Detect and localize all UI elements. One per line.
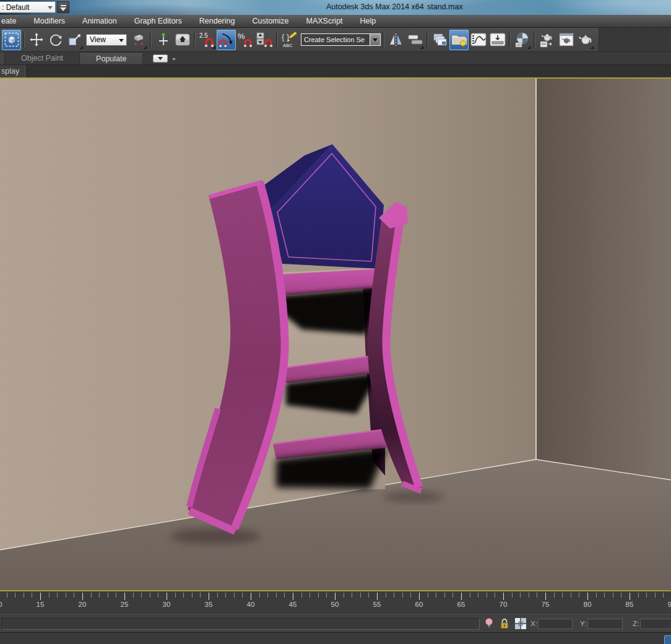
menu-help[interactable]: Help: [352, 17, 385, 25]
ruler-tick: [461, 593, 462, 600]
ruler-tick: [495, 593, 495, 598]
material-editor-button[interactable]: [513, 30, 532, 50]
ruler-tick: [276, 593, 277, 598]
ruler-frame-label: 85: [626, 601, 634, 608]
toolbar-separator: [509, 32, 511, 48]
menu-rendering[interactable]: Rendering: [191, 17, 244, 25]
ruler-tick: [402, 593, 403, 598]
ruler-tick: [587, 593, 588, 600]
chevron-down-icon: [48, 6, 53, 9]
ruler-tick: [251, 593, 251, 600]
ruler-tick: [32, 593, 32, 598]
ruler-tick: [386, 593, 386, 598]
ribbon-tab-bar: Object Paint Populate: [0, 52, 671, 64]
svg-text:2.5: 2.5: [199, 32, 208, 39]
ruler-frame-label: 35: [205, 601, 213, 608]
3dsmax-window: : Default Autodesk 3ds Max 2014 x64 stan…: [0, 0, 671, 644]
use-pivot-center-button[interactable]: [129, 30, 148, 50]
ruler-tick: [613, 593, 613, 598]
ruler-frame-label: 20: [79, 601, 87, 608]
snap-toggle-25-button[interactable]: 2.5: [197, 30, 217, 50]
ruler-tick: [267, 593, 268, 598]
menu-customize[interactable]: Customize: [243, 17, 297, 25]
x-coordinate-field[interactable]: [538, 619, 573, 629]
menu-modifiers[interactable]: Modifiers: [25, 17, 74, 25]
flyout-arrow-icon: [60, 7, 66, 11]
rendered-frame-window-button[interactable]: [556, 30, 576, 50]
z-coordinate-field[interactable]: [640, 619, 671, 629]
schematic-view-icon: [489, 32, 506, 48]
ruler-tick: [436, 593, 436, 598]
ruler-tick: [470, 593, 470, 598]
absolute-mode-transform-icon[interactable]: [514, 617, 527, 630]
scene-explorer-icon: [451, 32, 468, 48]
keyboard-override-button[interactable]: [173, 30, 192, 50]
ruler-frame-label: 30: [163, 601, 171, 608]
z-coordinate-label: Z:: [633, 620, 639, 627]
ruler-tick: [352, 593, 352, 598]
ruler-tick: [344, 593, 344, 598]
workspace-flyout-button[interactable]: [57, 1, 69, 13]
ruler-tick: [335, 593, 336, 600]
render-production-button[interactable]: [576, 30, 595, 50]
selection-set-dropdown-button[interactable]: [370, 33, 381, 46]
perspective-viewport[interactable]: [0, 79, 671, 590]
ruler-tick: [57, 593, 58, 598]
select-object-button[interactable]: [2, 30, 21, 50]
spinner-snap-button[interactable]: [255, 30, 274, 50]
prompt-line-field[interactable]: [1, 618, 480, 630]
named-selection-sets-icon: { } ABC: [281, 31, 298, 48]
ruler-tick: [293, 593, 293, 600]
ruler-tick: [7, 593, 7, 598]
svg-text:ABC: ABC: [283, 43, 293, 48]
menu-create[interactable]: eate: [0, 17, 25, 25]
ribbon-minimize-options-icon[interactable]: [172, 58, 176, 61]
time-slider-ruler[interactable]: 1015202530354045505560657075808590: [0, 591, 671, 614]
select-rotate-button[interactable]: [46, 30, 65, 50]
ruler-tick: [116, 593, 116, 598]
ruler-tick: [394, 593, 394, 598]
toolbar-separator: [150, 32, 152, 48]
rendered-frame-icon: [558, 31, 575, 48]
manage-layers-button[interactable]: [430, 30, 449, 50]
curve-editor-button[interactable]: [469, 30, 488, 50]
select-manipulate-button[interactable]: [154, 30, 173, 50]
ruler-frame-label: 70: [500, 601, 508, 608]
schematic-view-button[interactable]: [488, 30, 507, 50]
toolbar-separator: [194, 32, 196, 48]
workspace-value: : Default: [2, 3, 30, 12]
percent-snap-button[interactable]: %: [236, 30, 255, 50]
render-setup-button[interactable]: [537, 30, 556, 50]
select-move-button[interactable]: [27, 30, 46, 50]
selection-set-value: Create Selection Se: [304, 36, 365, 43]
select-scale-button[interactable]: [65, 30, 84, 50]
ruler-tick: [452, 593, 453, 598]
chevron-down-icon: [158, 57, 163, 60]
ruler-tick: [520, 593, 521, 598]
ruler-tick: [596, 593, 597, 598]
ribbon-minimize-button[interactable]: [153, 54, 168, 63]
ruler-tick: [571, 593, 571, 598]
y-coordinate-field[interactable]: [587, 619, 623, 629]
menu-maxscript[interactable]: MAXScript: [298, 17, 352, 25]
menu-graph-editors[interactable]: Graph Editors: [126, 17, 191, 25]
menu-animation[interactable]: Animation: [74, 17, 126, 25]
panel-strip: splay: [0, 64, 671, 77]
mirror-button[interactable]: [386, 30, 405, 50]
tab-object-paint[interactable]: Object Paint: [5, 52, 79, 64]
angle-snap-button[interactable]: [217, 30, 236, 50]
reference-coordinate-dropdown[interactable]: View: [86, 34, 127, 46]
tab-display[interactable]: splay: [0, 65, 25, 77]
align-button[interactable]: [405, 30, 425, 50]
title-bar: : Default Autodesk 3ds Max 2014 x64 stan…: [0, 0, 671, 15]
tab-populate[interactable]: Populate: [79, 52, 143, 64]
workspace-dropdown[interactable]: : Default: [0, 1, 56, 13]
ruler-tick: [234, 593, 235, 598]
selection-lock-icon[interactable]: [500, 617, 509, 630]
scene-explorer-toggle-button[interactable]: [449, 30, 469, 50]
cutoff-blue-button[interactable]: [664, 635, 671, 644]
ruler-frame-label: 50: [331, 601, 339, 608]
named-selection-set-field[interactable]: Create Selection Se: [301, 33, 370, 46]
edit-named-selection-sets-button[interactable]: { } ABC: [280, 30, 299, 50]
lightbulb-icon[interactable]: [485, 617, 493, 630]
